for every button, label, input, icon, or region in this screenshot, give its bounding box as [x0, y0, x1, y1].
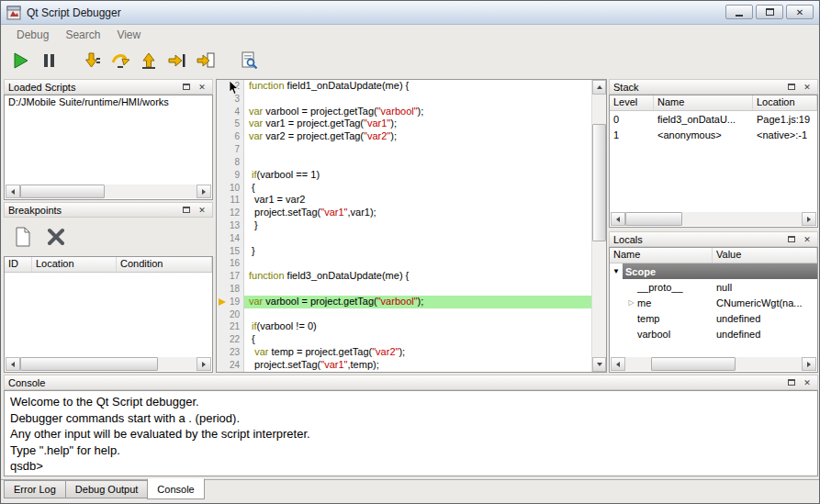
- scrollbar-thumb[interactable]: [20, 357, 158, 371]
- close-panel-button[interactable]: ✕: [801, 233, 814, 245]
- line-number[interactable]: 19: [217, 296, 244, 308]
- code-line[interactable]: 16: [217, 257, 591, 270]
- code-line[interactable]: 10 {: [217, 182, 591, 195]
- column-header[interactable]: Name: [654, 95, 753, 110]
- code-line[interactable]: 2function field1_onDataUpdate(me) {: [217, 80, 591, 93]
- scrollbar-track[interactable]: [20, 185, 197, 198]
- scroll-right-button[interactable]: [197, 185, 211, 198]
- line-number[interactable]: 10: [217, 182, 244, 195]
- column-header[interactable]: Location: [32, 257, 117, 272]
- code-line[interactable]: 17function field3_onDataUpdate(me) {: [217, 270, 591, 283]
- line-number[interactable]: 17: [217, 270, 244, 283]
- expand-open-icon[interactable]: ▼: [610, 267, 623, 275]
- scroll-right-button[interactable]: [802, 212, 816, 226]
- float-button[interactable]: [785, 233, 798, 245]
- code-line[interactable]: 13 }: [217, 219, 591, 232]
- line-number[interactable]: 15: [217, 245, 244, 258]
- scroll-down-button[interactable]: [592, 357, 606, 372]
- close-panel-button[interactable]: ✕: [801, 81, 814, 93]
- locals-row[interactable]: __proto__null: [610, 279, 817, 295]
- line-number[interactable]: 8: [217, 156, 244, 169]
- step-over-button[interactable]: [107, 47, 134, 74]
- tab-error-log[interactable]: Error Log: [4, 480, 66, 498]
- step-into-button[interactable]: [78, 47, 106, 74]
- code-line[interactable]: 6var var2 = project.getTag("var2");: [217, 130, 591, 143]
- line-number[interactable]: 21: [217, 320, 244, 333]
- locals-row[interactable]: tempundefined: [610, 310, 817, 326]
- column-header[interactable]: Value: [713, 248, 817, 263]
- column-header[interactable]: Location: [753, 95, 817, 110]
- code-line[interactable]: 23 var temp = project.getTag("var2");: [217, 346, 591, 359]
- find-in-script-button[interactable]: [235, 47, 263, 74]
- scrollbar-thumb[interactable]: [625, 212, 682, 226]
- maximize-button[interactable]: [756, 5, 783, 19]
- line-number[interactable]: 24: [217, 359, 244, 372]
- code-line[interactable]: 20: [217, 308, 591, 321]
- line-number[interactable]: 12: [217, 207, 244, 219]
- step-out-button[interactable]: [135, 47, 163, 74]
- line-number[interactable]: 5: [217, 118, 244, 130]
- column-header[interactable]: Level: [610, 95, 654, 110]
- run-to-cursor-button[interactable]: [163, 47, 191, 74]
- column-header[interactable]: ID: [5, 257, 32, 272]
- line-number[interactable]: 4: [217, 106, 244, 118]
- line-number[interactable]: 9: [217, 169, 244, 182]
- scroll-up-button[interactable]: [592, 80, 606, 95]
- code-line[interactable]: 11 var1 = var2: [217, 194, 591, 207]
- vertical-scrollbar[interactable]: [591, 80, 606, 372]
- float-button[interactable]: [180, 81, 193, 93]
- horizontal-scrollbar[interactable]: [6, 185, 211, 198]
- scroll-right-button[interactable]: [802, 357, 816, 371]
- menu-debug[interactable]: Debug: [8, 27, 57, 43]
- new-breakpoint-button[interactable]: [11, 225, 35, 249]
- scroll-right-button[interactable]: [197, 357, 211, 371]
- run-to-new-script-button[interactable]: [192, 47, 219, 74]
- line-number[interactable]: 22: [217, 333, 244, 346]
- scrollbar-thumb[interactable]: [651, 357, 736, 371]
- code-line[interactable]: 24 project.setTag("var1",temp);: [217, 359, 591, 372]
- line-number[interactable]: 16: [217, 257, 244, 270]
- column-header[interactable]: Name: [610, 248, 713, 263]
- line-number[interactable]: 18: [217, 283, 244, 296]
- menu-search[interactable]: Search: [57, 27, 108, 43]
- code-line[interactable]: 14: [217, 232, 591, 245]
- code-line[interactable]: 21 if(varbool != 0): [217, 320, 591, 333]
- delete-breakpoint-button[interactable]: [44, 225, 68, 249]
- interrupt-button[interactable]: [35, 47, 62, 74]
- float-button[interactable]: [180, 204, 193, 216]
- continue-button[interactable]: [6, 47, 34, 74]
- code-line[interactable]: 7: [217, 143, 591, 156]
- scrollbar-track[interactable]: [625, 357, 802, 371]
- locals-row[interactable]: varboolundefined: [610, 326, 817, 342]
- horizontal-scrollbar[interactable]: [6, 357, 211, 371]
- scroll-left-button[interactable]: [611, 212, 625, 226]
- line-number[interactable]: 6: [217, 130, 244, 143]
- scroll-left-button[interactable]: [611, 357, 625, 371]
- minimize-button[interactable]: [725, 5, 753, 19]
- scrollbar-thumb[interactable]: [592, 124, 606, 241]
- tab-console[interactable]: Console: [147, 478, 204, 499]
- line-number[interactable]: 13: [217, 219, 244, 232]
- stack-row[interactable]: 1<anonymous><native>:-1: [610, 127, 817, 142]
- expand-closed-icon[interactable]: ▷: [625, 298, 637, 307]
- close-panel-button[interactable]: ✕: [196, 81, 208, 93]
- line-number[interactable]: 20: [217, 308, 244, 321]
- line-number[interactable]: 14: [217, 232, 244, 245]
- code-line[interactable]: 22 {: [217, 333, 591, 346]
- code-line[interactable]: 12 project.setTag("var1",var1);: [217, 207, 591, 219]
- locals-group-row[interactable]: ▼Scope: [610, 263, 817, 279]
- console-output[interactable]: Welcome to the Qt Script debugger.Debugg…: [4, 390, 818, 476]
- code-line[interactable]: 18: [217, 283, 591, 296]
- locals-row[interactable]: ▷meCNumericWgt(na...: [610, 295, 817, 310]
- scrollbar-thumb[interactable]: [20, 185, 105, 198]
- close-panel-button[interactable]: ✕: [196, 204, 208, 216]
- horizontal-scrollbar[interactable]: [611, 357, 816, 371]
- code-line[interactable]: 8: [217, 156, 591, 169]
- menu-view[interactable]: View: [108, 27, 149, 43]
- code-line[interactable]: 4var varbool = project.getTag("varbool")…: [217, 106, 591, 118]
- close-button[interactable]: ✕: [786, 5, 814, 19]
- scrollbar-track[interactable]: [20, 357, 197, 371]
- float-button[interactable]: [785, 376, 798, 388]
- script-item[interactable]: D:/JMobile Suite/runtime/HMI/works: [5, 95, 212, 108]
- stack-row[interactable]: 0field3_onDataU...Page1.js:19: [610, 111, 817, 127]
